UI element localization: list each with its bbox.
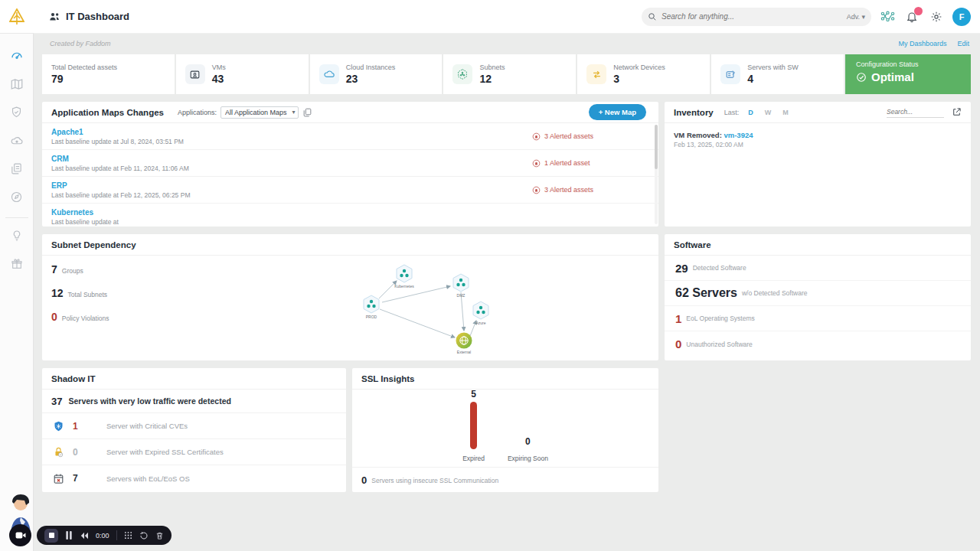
software-panel: Software 29 Detected Software 62 Servers…	[665, 234, 971, 360]
app-map-row-crm[interactable]: CRM Last baseline update at Feb 11, 2024…	[42, 150, 658, 177]
eol-os-count: 1	[675, 312, 681, 325]
sidebar-item-reports[interactable]	[0, 156, 34, 184]
scrollbar-track	[655, 125, 658, 224]
stat-cloud-instances[interactable]: Cloud Instances23	[310, 54, 443, 94]
app-map-updated: Last baseline update at Feb 11, 2024, 11…	[51, 165, 189, 172]
recorder-toolbar: 0:00	[37, 526, 172, 545]
stop-recording-button[interactable]	[44, 529, 58, 543]
app-map-link[interactable]: ERP	[51, 181, 190, 190]
redo-button[interactable]	[139, 531, 149, 540]
low-traffic-count: 37	[51, 396, 62, 407]
graph-node-azure[interactable]: Azure	[473, 302, 488, 325]
groups-label: Groups	[62, 267, 83, 275]
inventory-period-month[interactable]: M	[782, 109, 789, 116]
software-title: Software	[674, 240, 711, 249]
critical-cves-label: Server with Critical CVEs	[106, 422, 188, 430]
app-map-row-erp[interactable]: ERP Last baseline update at Feb 12, 2025…	[42, 177, 658, 204]
sidebar-item-security[interactable]	[0, 99, 34, 128]
user-avatar[interactable]: F	[952, 8, 971, 26]
svg-text:DMZ: DMZ	[457, 293, 466, 298]
inventory-period-day[interactable]: D	[748, 109, 753, 116]
sidebar-item-maps[interactable]	[0, 71, 34, 99]
expired-ssl-label: Server with Expired SSL Certificates	[106, 448, 224, 456]
search-input[interactable]	[662, 12, 842, 21]
delete-recording-button[interactable]	[155, 531, 164, 540]
map-icon	[10, 77, 24, 94]
stat-vms[interactable]: VMs43	[176, 54, 309, 94]
alerted-assets-link[interactable]: 3 Alerted assets	[532, 132, 616, 141]
export-icon[interactable]	[952, 107, 962, 117]
sidebar-item-history[interactable]	[0, 184, 34, 213]
sidebar-divider	[5, 217, 28, 218]
recording-timer: 0:00	[96, 532, 109, 540]
eol-os-row: 1 EoL Operating Systems	[665, 306, 971, 331]
svg-text:Kubernetes: Kubernetes	[394, 284, 414, 289]
advanced-search-toggle[interactable]: Adv. ▾	[847, 13, 865, 21]
applications-select[interactable]: All Application Maps	[220, 106, 299, 119]
effects-button[interactable]	[124, 531, 132, 540]
graph-node-kubernetes[interactable]: Kubernetes	[394, 265, 414, 289]
restart-recording-button[interactable]	[80, 532, 89, 540]
application-map-shortcut[interactable]	[879, 8, 896, 25]
subnet-dependency-graph[interactable]: Kubernetes DMZ PROD	[314, 259, 513, 358]
topbar: IT Dashboard Adv. ▾	[34, 0, 980, 34]
app-map-updated: Last baseline update at Jul 8, 2024, 03:…	[51, 138, 184, 145]
sidebar-item-insights[interactable]	[0, 223, 34, 251]
scrollbar-thumb[interactable]	[655, 125, 658, 169]
detected-software-row: 29 Detected Software	[665, 256, 971, 281]
stat-total-assets[interactable]: Total Detected assets79	[42, 54, 175, 94]
insecure-ssl-label: Servers using insecure SSL Communication	[371, 477, 498, 484]
graph-node-prod[interactable]: PROD	[364, 295, 379, 319]
shadow-it-panel: Shadow IT 37 Servers with very low traff…	[42, 368, 346, 492]
inventory-search-input[interactable]	[887, 106, 944, 118]
sidebar-item-whats-new[interactable]	[0, 251, 34, 279]
app-map-link[interactable]: CRM	[51, 155, 189, 163]
expired-label: Expired	[462, 455, 485, 462]
stats-row: Total Detected assets79 VMs43 Cloud Inst…	[42, 54, 971, 94]
recorder-camera-button[interactable]	[9, 524, 31, 546]
nodes-map-icon	[880, 11, 895, 22]
app-map-link[interactable]: Apache1	[51, 128, 184, 136]
app-map-link[interactable]: Kubernetes	[51, 208, 119, 217]
graph-node-external[interactable]: External	[456, 333, 472, 355]
main-area: IT Dashboard Adv. ▾	[34, 0, 980, 551]
stat-value: 79	[51, 73, 117, 85]
inventory-event-label: VM Removed:	[674, 131, 722, 139]
alerted-assets-link[interactable]: 3 Alerted assets	[532, 186, 616, 194]
stat-servers-with-sw[interactable]: Servers with SW4	[711, 54, 844, 94]
alerted-assets-link[interactable]: 1 Alerted asset	[532, 159, 616, 168]
sub-header: Created by Faddom My Dashboards Edit	[34, 34, 980, 53]
application-maps-panel: Application Maps Changes Applications: A…	[42, 102, 658, 227]
search-icon	[648, 12, 657, 21]
groups-count: 7	[51, 263, 57, 276]
my-dashboards-link[interactable]: My Dashboards	[898, 40, 946, 47]
inventory-event-link[interactable]: vm-3924	[724, 131, 753, 139]
inventory-event-time: Feb 13, 2025, 02:00 AM	[674, 141, 962, 148]
faddom-logo[interactable]	[0, 0, 34, 34]
cloud-icon	[319, 64, 339, 84]
configuration-status-card[interactable]: Configuration Status Optimal	[845, 54, 971, 94]
stat-subnets[interactable]: Subnets12	[443, 54, 576, 94]
settings-button[interactable]	[928, 8, 945, 25]
inventory-period-week[interactable]: W	[765, 109, 772, 116]
app-map-row-kubernetes[interactable]: Kubernetes Last baseline update at	[42, 204, 658, 226]
detected-software-count: 29	[675, 262, 688, 275]
video-camera-icon	[15, 531, 26, 540]
copy-icon[interactable]	[302, 107, 312, 117]
svg-text:PROD: PROD	[366, 315, 377, 319]
stat-network-devices[interactable]: Network Devices3	[577, 54, 710, 94]
cloud-icon	[10, 134, 24, 151]
sidebar-item-dashboard[interactable]	[0, 43, 34, 71]
notifications-button[interactable]	[903, 8, 920, 25]
graph-node-dmz[interactable]: DMZ	[453, 274, 469, 298]
global-search: Adv. ▾	[642, 8, 871, 26]
app-map-row-apache1[interactable]: Apache1 Last baseline update at Jul 8, 2…	[42, 123, 658, 150]
new-map-button[interactable]: + New Map	[589, 104, 646, 120]
pause-button[interactable]	[65, 531, 73, 540]
lock-icon	[51, 446, 65, 458]
stat-label: Servers with SW	[747, 64, 799, 71]
edit-link[interactable]: Edit	[957, 40, 969, 47]
sidebar-item-cloud[interactable]	[0, 128, 34, 156]
lightbulb-icon	[11, 230, 23, 245]
subnet-dependency-title: Subnet Dependency	[51, 240, 136, 249]
